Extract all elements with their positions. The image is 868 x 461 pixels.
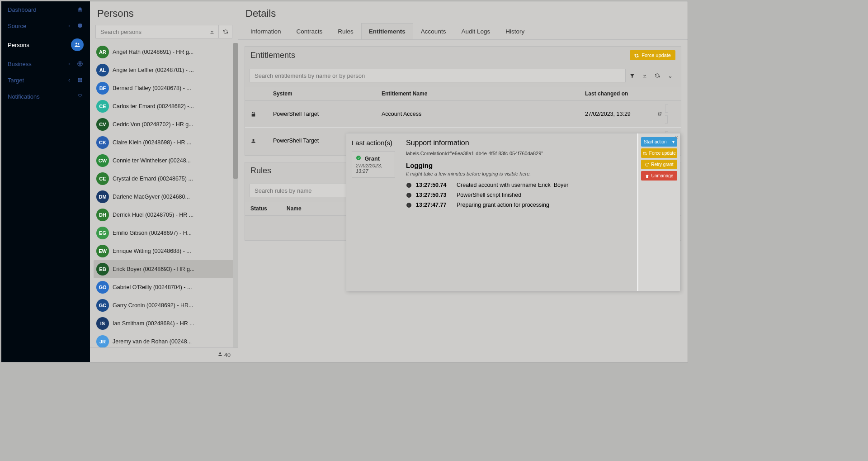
avatar: BF xyxy=(96,82,109,95)
svg-rect-4 xyxy=(78,78,80,80)
person-row[interactable]: CVCedric Von (00248702) - HR g... xyxy=(94,115,234,133)
person-row[interactable]: ARAngel Rath (00248691) - HR g... xyxy=(94,43,234,61)
person-row[interactable]: GCGarry Cronin (00248692) - HR... xyxy=(94,296,234,314)
chevron-left-icon: ‹ xyxy=(66,60,73,67)
avatar: IS xyxy=(96,317,109,330)
svg-point-14 xyxy=(409,184,409,184)
nav-label: Persons xyxy=(8,42,29,48)
unmanage-button[interactable]: Unmanage xyxy=(641,171,677,181)
svg-point-9 xyxy=(219,352,221,354)
check-icon xyxy=(356,156,363,162)
details-tabs: InformationContractsRulesEntitlementsAcc… xyxy=(238,23,688,40)
person-name: Cedric Von (00248702) - HR g... xyxy=(113,121,193,128)
log-row: 13:27:50.73PowerShell script finished xyxy=(406,190,632,200)
tab-contracts[interactable]: Contracts xyxy=(289,23,330,39)
avatar: JR xyxy=(96,335,109,347)
users-icon xyxy=(71,38,84,51)
refresh-icon[interactable] xyxy=(651,69,664,82)
button-label: Force update xyxy=(649,151,676,156)
home-icon xyxy=(76,6,84,13)
person-name: Connie ter Wintheiser (00248... xyxy=(113,157,191,164)
tab-rules[interactable]: Rules xyxy=(330,23,361,39)
download-icon[interactable] xyxy=(638,69,651,82)
external-link-icon[interactable] xyxy=(657,105,675,124)
persons-title: Persons xyxy=(90,1,238,23)
unlock-icon xyxy=(250,111,273,117)
person-row[interactable]: EBErick Boyer (00248693) - HR g... xyxy=(94,260,234,278)
retry-grant-button[interactable]: Retry grant xyxy=(641,160,677,169)
tab-history[interactable]: History xyxy=(498,23,532,39)
person-name: Emilio Gibson (00248697) - H... xyxy=(113,230,192,236)
details-column: Details InformationContractsRulesEntitle… xyxy=(238,1,688,362)
nav-label: Target xyxy=(8,77,24,84)
persons-list[interactable]: ARAngel Rath (00248691) - HR g...ALAngie… xyxy=(90,43,238,347)
correlation-id: labels.CorrelationId:"e6ea38a1-db4e-4f5f… xyxy=(406,151,632,156)
person-name: Garry Cronin (00248692) - HR... xyxy=(113,302,193,309)
person-name: Angel Rath (00248691) - HR g... xyxy=(113,49,193,55)
persons-column: Persons ARAngel Rath (00248691) - HR g..… xyxy=(90,1,238,362)
col-changed: Last changed on xyxy=(585,90,657,97)
cell-entitlement: Account Access xyxy=(382,111,585,117)
cell-system: PowerShell Target xyxy=(273,111,382,117)
tab-audit-logs[interactable]: Audit Logs xyxy=(453,23,498,39)
person-row[interactable]: CECrystal de Emard (00248675) ... xyxy=(94,170,234,188)
last-actions-title: Last action(s) xyxy=(352,139,395,147)
nav-dashboard[interactable]: Dashboard xyxy=(1,1,90,18)
download-icon[interactable] xyxy=(205,25,219,38)
log-time: 13:27:47.77 xyxy=(416,202,457,208)
chevron-down-icon[interactable]: ⌄ xyxy=(664,69,676,82)
person-row[interactable]: BFBernard Flatley (00248678) - ... xyxy=(94,79,234,97)
person-row[interactable]: ALAngie ten Leffler (00248701) - ... xyxy=(94,61,234,79)
person-row[interactable]: EWEnrique Witting (00248688) - ... xyxy=(94,242,234,260)
svg-point-10 xyxy=(252,139,254,141)
button-label: Force update xyxy=(642,52,671,58)
nav-target[interactable]: Target ‹ xyxy=(1,72,90,88)
person-row[interactable]: GOGabriel O'Reilly (00248704) - ... xyxy=(94,278,234,296)
nav-business[interactable]: Business ‹ xyxy=(1,56,90,72)
close-icon[interactable]: × xyxy=(675,134,678,141)
svg-point-2 xyxy=(78,43,79,44)
force-update-button[interactable]: Force update xyxy=(641,148,677,158)
search-entitlements-input[interactable] xyxy=(250,69,626,82)
nav-persons[interactable]: Persons xyxy=(1,34,90,56)
person-row[interactable]: JRJeremy van de Rohan (00248... xyxy=(94,333,234,347)
start-action-button[interactable]: Start action ▾ xyxy=(641,137,677,147)
log-row: 13:27:50.74Created account with username… xyxy=(406,180,632,190)
person-row[interactable]: CECarlos ter Emard (00248682) -... xyxy=(94,97,234,115)
person-row[interactable]: DHDerrick Huel (00248705) - HR ... xyxy=(94,206,234,224)
person-row[interactable]: CKClaire Klein (00248698) - HR ... xyxy=(94,133,234,152)
person-name: Claire Klein (00248698) - HR ... xyxy=(113,139,191,146)
svg-point-11 xyxy=(356,156,361,160)
globe-icon xyxy=(76,60,84,67)
svg-rect-6 xyxy=(78,81,80,82)
nav-notifications[interactable]: Notifications xyxy=(1,88,90,105)
avatar: AL xyxy=(96,64,109,76)
avatar: GC xyxy=(96,299,109,312)
avatar: GO xyxy=(96,281,109,294)
nav-source[interactable]: Source ‹ xyxy=(1,18,90,34)
person-row[interactable]: EGEmilio Gibson (00248697) - H... xyxy=(94,224,234,242)
filter-icon[interactable] xyxy=(626,69,638,82)
person-row[interactable]: ISIan Smitham (00248684) - HR ... xyxy=(94,314,234,333)
svg-point-1 xyxy=(75,43,77,44)
cell-changed: 27/02/2023, 13:29 xyxy=(585,111,657,117)
avatar: CE xyxy=(96,172,109,185)
avatar: CV xyxy=(96,118,109,131)
col-system: System xyxy=(273,90,382,97)
database-icon xyxy=(76,22,84,29)
users-icon xyxy=(217,352,224,358)
svg-point-17 xyxy=(409,194,409,194)
log-message: PowerShell script finished xyxy=(457,192,632,198)
search-persons-input[interactable] xyxy=(95,25,205,38)
tab-entitlements[interactable]: Entitlements xyxy=(361,23,413,39)
entitlement-row[interactable]: PowerShell Target Account Access 27/02/2… xyxy=(245,101,681,128)
person-row[interactable]: DMDarlene MacGyver (0024680... xyxy=(94,188,234,206)
refresh-icon[interactable] xyxy=(219,25,232,38)
last-action-card[interactable]: Grant 27/02/2023, 13:27 xyxy=(352,151,395,178)
avatar: DH xyxy=(96,209,109,221)
person-row[interactable]: CWConnie ter Wintheiser (00248... xyxy=(94,152,234,170)
force-update-button[interactable]: Force update xyxy=(630,50,675,60)
scrollbar[interactable] xyxy=(233,43,238,347)
tab-accounts[interactable]: Accounts xyxy=(413,23,454,39)
tab-information[interactable]: Information xyxy=(243,23,289,39)
